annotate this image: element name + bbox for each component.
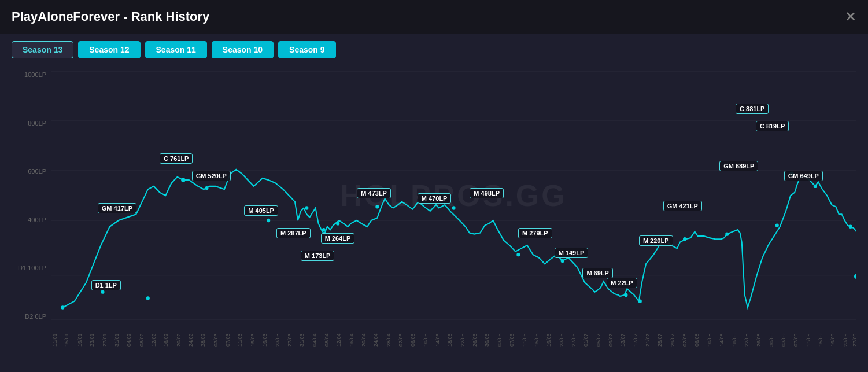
svg-point-26 — [849, 225, 852, 229]
svg-text:20/02: 20/02 — [176, 334, 182, 347]
tab-season-12[interactable]: Season 12 — [78, 41, 140, 58]
svg-text:03/06: 03/06 — [497, 334, 503, 347]
chart-svg-container: HOLPROS.GG — [51, 71, 856, 320]
svg-text:08/02: 08/02 — [139, 334, 145, 347]
svg-point-10 — [205, 186, 208, 190]
svg-text:16/02: 16/02 — [163, 334, 169, 347]
svg-text:24/02: 24/02 — [188, 334, 194, 347]
svg-text:20/04: 20/04 — [361, 334, 367, 347]
modal-header: PlayAloneForever - Rank History ✕ — [0, 0, 868, 34]
y-label-800: 800LP — [28, 120, 46, 127]
svg-text:26/08: 26/08 — [756, 334, 762, 347]
svg-text:24/04: 24/04 — [373, 334, 379, 347]
svg-point-9 — [181, 178, 185, 182]
svg-text:19/03: 19/03 — [262, 334, 268, 347]
tab-season-11[interactable]: Season 11 — [145, 41, 207, 58]
svg-text:06/08: 06/08 — [694, 334, 700, 347]
svg-point-16 — [452, 206, 455, 209]
svg-point-14 — [336, 222, 339, 225]
svg-text:11/06: 11/06 — [521, 334, 527, 347]
svg-text:14/05: 14/05 — [435, 334, 441, 347]
svg-point-27 — [854, 274, 856, 279]
svg-text:12/04: 12/04 — [336, 334, 342, 347]
rank-chart-svg — [51, 71, 856, 320]
svg-text:07/09: 07/09 — [793, 334, 799, 347]
svg-text:27/06: 27/06 — [571, 334, 577, 347]
svg-text:13/07: 13/07 — [620, 334, 626, 347]
svg-point-15 — [375, 205, 379, 208]
svg-text:22/05: 22/05 — [460, 334, 466, 347]
svg-point-20 — [638, 300, 642, 303]
svg-text:02/08: 02/08 — [682, 334, 688, 347]
svg-text:15/06: 15/06 — [534, 334, 540, 347]
season-tabs: Season 13 Season 12 Season 11 Season 10 … — [0, 34, 868, 65]
svg-point-25 — [775, 223, 779, 227]
svg-text:25/07: 25/07 — [657, 334, 663, 347]
svg-text:19/01: 19/01 — [77, 334, 83, 347]
svg-text:15/01: 15/01 — [64, 334, 69, 347]
svg-point-24 — [814, 185, 817, 188]
svg-text:19/09: 19/09 — [830, 334, 836, 347]
svg-point-13 — [322, 228, 326, 231]
x-axis-svg: 11/01 15/01 19/01 23/01 27/01 31/01 04/0… — [51, 321, 856, 349]
svg-text:31/01: 31/01 — [114, 334, 120, 347]
svg-text:19/06: 19/06 — [546, 334, 552, 347]
svg-text:16/04: 16/04 — [349, 334, 354, 347]
chart-area: 1000LP 800LP 600LP 400LP D1 100LP D2 0LP… — [0, 65, 868, 349]
modal-title: PlayAloneForever - Rank History — [12, 9, 209, 24]
close-button[interactable]: ✕ — [845, 10, 856, 24]
svg-text:11/09: 11/09 — [806, 334, 811, 347]
svg-text:14/08: 14/08 — [719, 334, 725, 347]
svg-text:28/02: 28/02 — [200, 334, 206, 347]
svg-text:07/06: 07/06 — [509, 334, 515, 347]
tab-season-9[interactable]: Season 9 — [278, 41, 335, 58]
svg-text:27/03: 27/03 — [287, 334, 293, 347]
svg-text:11/01: 11/01 — [52, 334, 58, 347]
rank-history-modal: PlayAloneForever - Rank History ✕ Season… — [0, 0, 868, 372]
svg-text:23/01: 23/01 — [89, 334, 95, 347]
svg-point-21 — [683, 237, 686, 241]
svg-text:27/01: 27/01 — [102, 334, 108, 347]
svg-text:31/03: 31/03 — [299, 334, 305, 347]
svg-text:23/03: 23/03 — [274, 334, 280, 347]
svg-text:07/03: 07/03 — [225, 334, 231, 347]
svg-text:27/09: 27/09 — [852, 334, 856, 347]
svg-text:22/08: 22/08 — [744, 334, 749, 347]
svg-text:08/04: 08/04 — [324, 334, 330, 347]
svg-point-22 — [725, 232, 729, 235]
svg-text:23/06: 23/06 — [559, 334, 564, 347]
tab-season-10[interactable]: Season 10 — [212, 41, 274, 58]
svg-point-8 — [101, 290, 104, 293]
svg-text:10/08: 10/08 — [707, 334, 712, 347]
svg-text:15/09: 15/09 — [818, 334, 823, 347]
y-axis: 1000LP 800LP 600LP 400LP D1 100LP D2 0LP — [0, 71, 51, 320]
x-axis: 11/01 15/01 19/01 23/01 27/01 31/01 04/0… — [51, 321, 856, 349]
y-label-600: 600LP — [28, 168, 46, 175]
svg-text:12/02: 12/02 — [151, 334, 157, 347]
svg-point-7 — [146, 296, 150, 300]
svg-text:30/05: 30/05 — [484, 334, 490, 347]
y-label-1000: 1000LP — [24, 71, 46, 78]
svg-text:18/05: 18/05 — [447, 334, 453, 347]
svg-text:09/07: 09/07 — [608, 334, 614, 347]
svg-text:23/09: 23/09 — [843, 334, 848, 347]
svg-point-6 — [61, 305, 64, 309]
svg-text:17/07: 17/07 — [633, 334, 638, 347]
svg-text:04/02: 04/02 — [126, 334, 132, 347]
svg-point-23 — [790, 172, 794, 176]
y-label-0: D2 0LP — [25, 313, 46, 320]
svg-text:10/05: 10/05 — [423, 334, 429, 347]
svg-text:11/03: 11/03 — [237, 334, 243, 347]
svg-text:26/05: 26/05 — [472, 334, 478, 347]
svg-text:01/07: 01/07 — [583, 334, 589, 347]
y-label-400: 400LP — [28, 216, 46, 223]
svg-text:15/03: 15/03 — [250, 334, 256, 347]
svg-point-17 — [516, 253, 520, 256]
svg-point-12 — [305, 206, 308, 209]
svg-text:02/05: 02/05 — [398, 334, 404, 347]
svg-text:29/07: 29/07 — [670, 334, 675, 347]
svg-text:03/03: 03/03 — [213, 334, 219, 347]
svg-text:30/08: 30/08 — [769, 334, 774, 347]
svg-text:21/07: 21/07 — [645, 334, 651, 347]
tab-season-13[interactable]: Season 13 — [12, 41, 73, 58]
